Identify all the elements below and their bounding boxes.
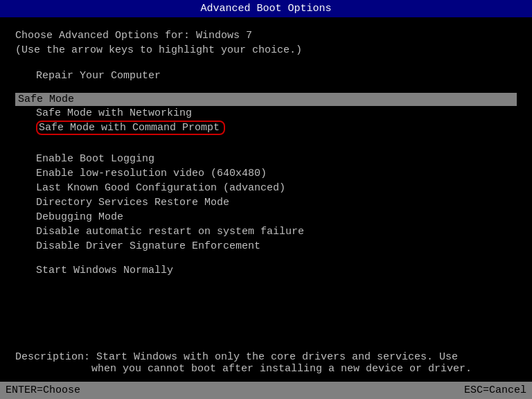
- description-line1: Description: Start Windows with only the…: [15, 351, 517, 363]
- title-bar: Advanced Boot Options: [0, 0, 532, 17]
- description-line2: when you cannot boot after installing a …: [15, 363, 517, 375]
- main-content: Choose Advanced Options for: Windows 7 (…: [0, 17, 532, 382]
- header-line2: (Use the arrow keys to highlight your ch…: [15, 44, 517, 56]
- status-enter: ENTER=Choose: [6, 384, 80, 396]
- option-directory-services[interactable]: Directory Services Restore Mode: [15, 195, 517, 210]
- option-debugging-mode[interactable]: Debugging Mode: [15, 210, 517, 224]
- option-disable-restart[interactable]: Disable automatic restart on system fail…: [15, 224, 517, 239]
- option-low-resolution[interactable]: Enable low-resolution video (640x480): [15, 166, 517, 181]
- menu-item-safe-mode-command-prompt[interactable]: Safe Mode with Command Prompt: [15, 119, 517, 135]
- option-disable-driver-signature[interactable]: Disable Driver Signature Enforcement: [15, 239, 517, 254]
- menu-item-safe-mode-networking[interactable]: Safe Mode with Networking: [15, 106, 517, 119]
- status-bar: ENTER=Choose ESC=Cancel: [0, 382, 532, 399]
- boot-options-list: Enable Boot Logging Enable low-resolutio…: [15, 152, 517, 254]
- header-line1: Choose Advanced Options for: Windows 7: [15, 30, 517, 42]
- status-esc: ESC=Cancel: [464, 384, 526, 396]
- repair-computer[interactable]: Repair Your Computer: [15, 70, 517, 82]
- option-last-known-good[interactable]: Last Known Good Configuration (advanced): [15, 181, 517, 195]
- menu-item-safe-mode[interactable]: Safe Mode: [15, 93, 517, 106]
- circled-item: Safe Mode with Command Prompt: [36, 121, 225, 135]
- start-windows-normally[interactable]: Start Windows Normally: [15, 265, 517, 276]
- option-boot-logging[interactable]: Enable Boot Logging: [15, 152, 517, 166]
- title-text: Advanced Boot Options: [200, 3, 331, 15]
- description-section: Description: Start Windows with only the…: [15, 344, 517, 375]
